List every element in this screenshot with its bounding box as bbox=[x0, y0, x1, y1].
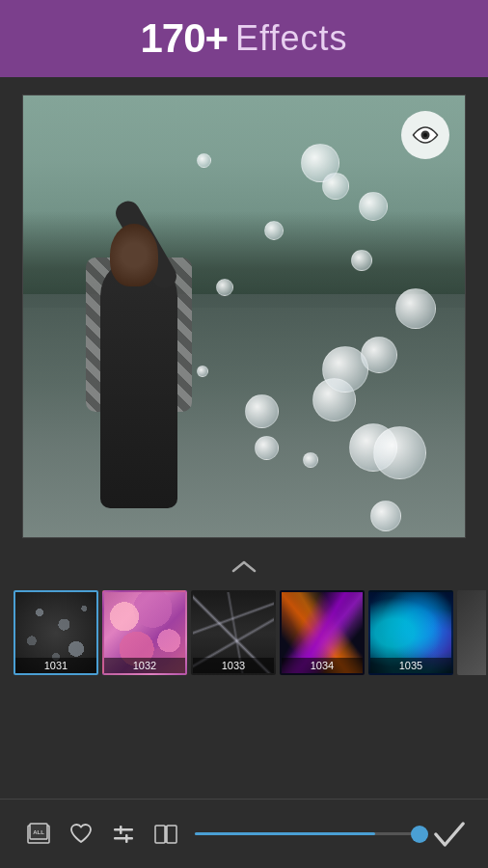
layers-icon: ALL bbox=[25, 821, 52, 848]
effect-label-1032: 1032 bbox=[104, 658, 185, 673]
raindrop bbox=[359, 192, 388, 221]
svg-rect-8 bbox=[125, 834, 128, 843]
compare-icon bbox=[152, 821, 179, 848]
svg-rect-7 bbox=[120, 826, 122, 834]
all-layers-button[interactable]: ALL bbox=[17, 813, 60, 855]
svg-text:ALL: ALL bbox=[33, 829, 44, 835]
heart-icon bbox=[68, 821, 95, 848]
head bbox=[110, 224, 158, 286]
effect-thumb-1032[interactable]: 1032 bbox=[102, 590, 187, 675]
svg-rect-9 bbox=[155, 826, 165, 843]
raindrop bbox=[197, 366, 208, 377]
raindrop bbox=[197, 153, 211, 168]
favorites-button[interactable] bbox=[60, 813, 102, 855]
raindrop bbox=[395, 288, 436, 329]
person-figure bbox=[62, 200, 216, 508]
slider-track[interactable] bbox=[195, 832, 420, 835]
raindrop bbox=[264, 221, 284, 240]
photo-background bbox=[23, 95, 465, 537]
svg-point-1 bbox=[423, 133, 427, 137]
svg-rect-10 bbox=[167, 826, 176, 843]
raindrop bbox=[370, 501, 401, 531]
body bbox=[100, 258, 177, 508]
preview-eye-button[interactable] bbox=[401, 111, 449, 159]
effect-label-1034: 1034 bbox=[282, 658, 363, 673]
collapse-icon bbox=[230, 557, 258, 577]
accept-button[interactable] bbox=[428, 813, 471, 855]
raindrop bbox=[245, 394, 279, 428]
effects-strip: 1031 1032 1033 1034 1035 bbox=[0, 590, 488, 675]
slider-thumb[interactable] bbox=[411, 826, 428, 843]
effect-thumb-partial[interactable] bbox=[457, 590, 486, 675]
raindrop bbox=[322, 346, 368, 393]
raindrop bbox=[216, 279, 233, 296]
check-icon bbox=[428, 813, 471, 855]
raindrop bbox=[303, 452, 318, 468]
effect-thumb-1034[interactable]: 1034 bbox=[280, 590, 365, 675]
header: 170+ Effects bbox=[0, 0, 488, 77]
raindrop bbox=[301, 144, 339, 182]
main-image bbox=[22, 95, 466, 538]
effects-count: 170+ bbox=[141, 15, 229, 62]
collapse-button[interactable] bbox=[215, 548, 273, 586]
opacity-slider[interactable] bbox=[195, 832, 420, 835]
compare-button[interactable] bbox=[145, 813, 187, 855]
toolbar: ALL bbox=[0, 799, 488, 868]
effect-thumb-1031[interactable]: 1031 bbox=[14, 590, 98, 675]
raindrop bbox=[351, 250, 372, 271]
raindrop bbox=[255, 436, 279, 460]
effect-label-1033: 1033 bbox=[193, 658, 274, 673]
effects-title: Effects bbox=[235, 18, 347, 59]
eye-icon bbox=[412, 126, 439, 144]
svg-rect-6 bbox=[114, 837, 133, 840]
adjust-icon bbox=[110, 821, 137, 848]
effect-thumb-1035[interactable]: 1035 bbox=[368, 590, 453, 675]
effect-label-1031: 1031 bbox=[15, 658, 96, 673]
svg-rect-5 bbox=[114, 828, 133, 831]
raindrop bbox=[373, 426, 426, 479]
effect-thumb-1033[interactable]: 1033 bbox=[191, 590, 276, 675]
adjust-button[interactable] bbox=[102, 813, 145, 855]
effect-label-1035: 1035 bbox=[370, 658, 451, 673]
slider-fill bbox=[195, 832, 375, 835]
